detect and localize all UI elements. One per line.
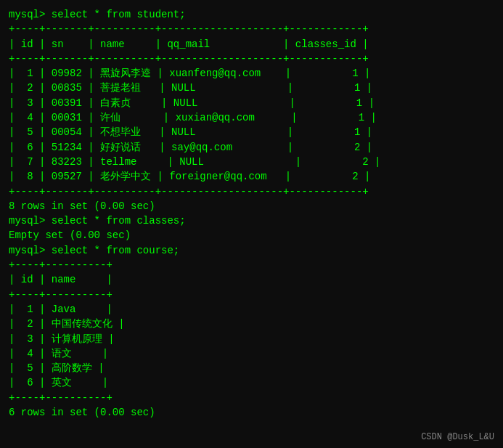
block-1: mysql> select * from student; +----+----… [9, 7, 494, 213]
watermark: CSDN @Dusk_L&U [421, 432, 494, 442]
terminal: mysql> select * from student; +----+----… [9, 7, 494, 420]
block-2: mysql> select * from classes; Empty set … [9, 213, 494, 243]
block-3: mysql> select * from course; +----+-----… [9, 243, 494, 420]
